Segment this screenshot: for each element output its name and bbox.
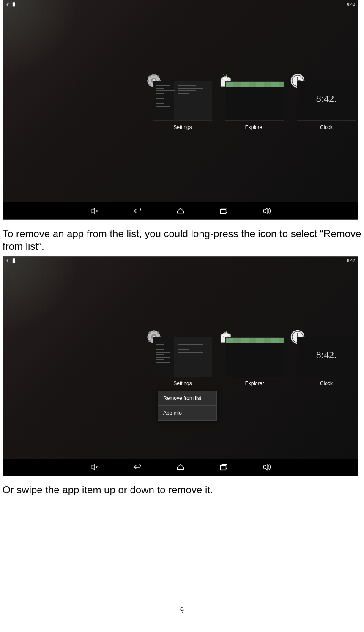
navigation-bar	[3, 202, 358, 219]
app-label: Explorer	[245, 124, 264, 130]
app-label: Clock	[320, 124, 333, 130]
recent-app-settings[interactable]: Settings	[153, 81, 212, 130]
menu-item-remove-from-list[interactable]: Remove from list	[158, 391, 216, 406]
clock-display-text: 8:42.	[297, 349, 356, 361]
settings-thumbnail	[153, 337, 212, 377]
app-label: Explorer	[245, 380, 264, 386]
home-icon[interactable]	[175, 462, 186, 473]
recent-app-explorer[interactable]: Explorer	[225, 337, 284, 386]
volume-down-icon[interactable]	[89, 205, 100, 216]
svg-rect-0	[13, 2, 15, 6]
doc-text-1: To remove an app from the list, you coul…	[3, 227, 361, 253]
doc-text-2: Or swipe the app item up or down to remo…	[3, 484, 361, 496]
svg-line-33	[149, 332, 150, 333]
svg-marker-49	[263, 465, 267, 470]
battery-icon	[12, 2, 15, 7]
context-menu: Remove from list App info	[158, 391, 217, 421]
svg-line-36	[157, 332, 159, 333]
svg-line-11	[157, 76, 159, 77]
svg-rect-26	[13, 258, 14, 258]
app-label: Clock	[320, 380, 333, 386]
clock-thumbnail: 8:42.	[297, 337, 356, 377]
recent-app-clock[interactable]: 8:42. Clock	[297, 81, 356, 130]
svg-marker-45	[91, 465, 94, 470]
recents-screenshot-1: 8:42	[3, 0, 358, 220]
usb-icon	[5, 258, 10, 263]
clock-display-text: 8:42.	[297, 93, 356, 104]
app-label: Settings	[173, 380, 192, 386]
recent-apps-row: Settings Explorer	[153, 81, 356, 130]
recent-app-clock[interactable]: 8:42. Clock	[297, 337, 356, 386]
clock-thumbnail: 8:42.	[297, 81, 356, 121]
back-icon[interactable]	[132, 205, 143, 216]
navigation-bar	[3, 459, 358, 476]
volume-up-icon[interactable]	[261, 205, 272, 216]
wallpaper-gradient	[3, 0, 79, 77]
svg-rect-48	[220, 465, 226, 470]
wallpaper-gradient	[3, 256, 79, 333]
status-time: 8:42	[347, 2, 355, 7]
svg-line-10	[149, 84, 150, 85]
volume-down-icon[interactable]	[89, 462, 100, 473]
page-number: 9	[3, 606, 361, 615]
status-time: 8:42	[347, 258, 355, 263]
explorer-thumbnail	[225, 81, 284, 121]
svg-rect-25	[13, 258, 15, 263]
recent-apps-icon[interactable]	[218, 205, 229, 216]
battery-icon	[12, 258, 15, 263]
usb-icon	[5, 2, 10, 6]
home-icon[interactable]	[175, 205, 186, 216]
status-bar: 8:42	[3, 257, 358, 264]
recent-apps-row: Settings Explorer	[153, 337, 356, 386]
settings-thumbnail	[153, 81, 212, 121]
volume-up-icon[interactable]	[261, 462, 272, 473]
svg-marker-24	[263, 208, 267, 214]
svg-line-8	[149, 76, 150, 77]
explorer-thumbnail	[225, 337, 284, 377]
app-label: Settings	[173, 124, 192, 130]
menu-item-app-info[interactable]: App info	[158, 406, 216, 420]
recent-app-settings[interactable]: Settings	[153, 337, 212, 386]
svg-line-35	[149, 340, 150, 342]
status-bar: 8:42	[3, 0, 358, 8]
recents-screenshot-2: 8:42	[3, 256, 358, 476]
svg-marker-20	[91, 208, 94, 214]
svg-rect-1	[13, 2, 14, 2]
svg-rect-23	[220, 209, 226, 213]
back-icon[interactable]	[132, 462, 143, 473]
recent-app-explorer[interactable]: Explorer	[225, 81, 284, 130]
recent-apps-icon[interactable]	[218, 462, 229, 473]
